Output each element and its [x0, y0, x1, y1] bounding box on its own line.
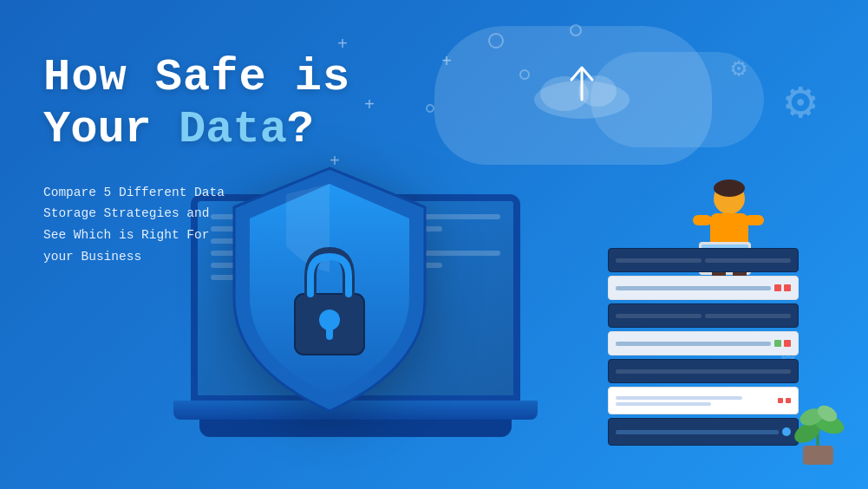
plus-deco-1: +	[441, 52, 452, 72]
svg-rect-16	[693, 215, 712, 225]
svg-rect-17	[745, 215, 764, 225]
circle-deco-3	[570, 24, 582, 36]
svg-rect-18	[803, 446, 833, 465]
circle-deco-4	[426, 104, 434, 113]
cloud-upload-icon	[521, 52, 643, 121]
server-unit-1	[608, 248, 799, 272]
gear-icon-1: ⚙	[785, 69, 816, 134]
svg-rect-6	[326, 324, 333, 340]
server-stack	[608, 248, 799, 446]
server-unit-4	[608, 331, 799, 355]
server-unit-6	[608, 387, 799, 414]
title-suffix: ?	[287, 104, 314, 155]
subtitle-text: Compare 5 Different Data Storage Strateg…	[43, 182, 234, 268]
server-unit-5	[608, 359, 799, 383]
title-line-2: Your Data?	[43, 104, 350, 156]
plus-deco-3: +	[364, 95, 375, 115]
circle-deco-1	[488, 33, 504, 49]
gear-icon-3: ⚙	[731, 52, 747, 84]
plant-decoration	[786, 381, 851, 467]
server-unit-3	[608, 303, 799, 328]
server-unit-7	[608, 418, 799, 446]
title-your: Your	[43, 104, 179, 155]
background: + + + + ⚙ ⚙ ⚙	[0, 0, 868, 489]
svg-point-8	[714, 179, 745, 197]
title-line-1: How Safe is	[43, 52, 350, 104]
server-unit-2	[608, 276, 799, 300]
svg-point-2	[578, 75, 617, 107]
title-area: How Safe is Your Data? Compare 5 Differe…	[43, 52, 350, 267]
laptop-foot	[199, 420, 512, 437]
title-data: Data	[179, 104, 287, 155]
